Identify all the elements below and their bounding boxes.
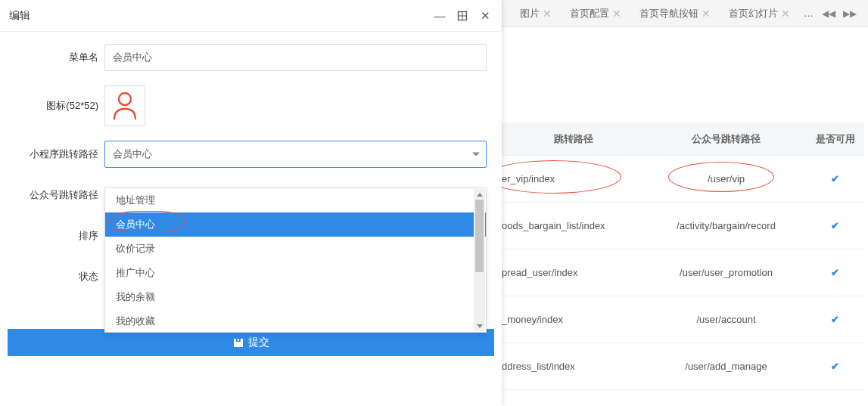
column-header-mini-path: 跳转路径 xyxy=(502,132,646,146)
label-mini-path: 小程序跳转路径 xyxy=(8,147,104,161)
check-icon: ✔ xyxy=(831,361,839,372)
mini-path-select[interactable]: 会员中心 xyxy=(104,141,487,168)
check-icon: ✔ xyxy=(831,314,839,325)
cell-pub-path: /user/user_promotion xyxy=(646,267,807,278)
save-icon xyxy=(233,337,244,348)
chevron-down-icon xyxy=(472,153,480,157)
check-icon: ✔ xyxy=(831,220,839,231)
form-row-mini-path: 小程序跳转路径 会员中心 xyxy=(8,141,494,168)
cell-available: ✔ xyxy=(807,314,863,325)
cell-mini-path: oods_bargain_list/index xyxy=(502,220,646,231)
tab-nav-buttons[interactable]: 首页导航按钮 ✕ xyxy=(630,0,720,27)
minimize-button[interactable]: — xyxy=(432,8,447,23)
modal-titlebar: 编辑 — ✕ xyxy=(0,0,502,32)
submit-label: 提交 xyxy=(248,336,269,349)
dropdown-list[interactable]: 地址管理 会员中心 砍价记录 推广中心 我的余额 我的收藏 优惠券 xyxy=(105,188,486,332)
table-body: er_vip/index /user/vip ✔ oods_bargain_li… xyxy=(502,156,864,406)
column-header-available: 是否可用 xyxy=(807,132,863,146)
cell-available: ✔ xyxy=(807,361,863,372)
tab-label: 首页配置 xyxy=(570,7,609,20)
user-icon xyxy=(112,91,138,121)
cell-pub-path: /user/vip xyxy=(646,173,807,184)
check-icon: ✔ xyxy=(831,267,839,278)
label-icon: 图标(52*52) xyxy=(8,99,104,113)
cell-available: ✔ xyxy=(807,220,863,231)
cell-mini-path: ddress_list/index xyxy=(502,361,646,372)
table-row: ddress_list/index /user/add_manage ✔ xyxy=(502,343,864,390)
cell-mini-path: pread_user/index xyxy=(502,267,646,278)
label-status: 状态 xyxy=(8,270,104,284)
scroll-down-icon[interactable] xyxy=(474,321,485,331)
dropdown-option[interactable]: 我的余额 xyxy=(105,285,486,309)
edit-modal: 编辑 — ✕ 菜单名 图标(52*52) xyxy=(0,0,502,406)
tab-images[interactable]: 图片 ✕ xyxy=(511,0,561,27)
svg-point-3 xyxy=(119,93,131,105)
dropdown-option[interactable]: 我的收藏 xyxy=(105,309,486,332)
select-value: 会员中心 xyxy=(113,147,152,161)
scroll-up-icon[interactable] xyxy=(474,189,485,200)
close-icon[interactable]: ✕ xyxy=(781,8,790,20)
close-icon[interactable]: ✕ xyxy=(612,8,621,20)
tab-label: 图片 xyxy=(520,7,540,20)
tab-home-config[interactable]: 首页配置 ✕ xyxy=(561,0,630,27)
tabs-next-button[interactable]: ▶▶ xyxy=(839,3,860,24)
tab-slides[interactable]: 首页幻灯片 ✕ xyxy=(720,0,799,27)
scroll-thumb[interactable] xyxy=(475,200,484,272)
dropdown-option[interactable]: 地址管理 xyxy=(105,188,486,212)
table-row: _money/index /user/account ✔ xyxy=(502,296,864,343)
menu-name-input[interactable] xyxy=(104,44,487,71)
modal-window-actions: — ✕ xyxy=(432,8,493,23)
dropdown-option-selected[interactable]: 会员中心 xyxy=(105,212,486,237)
check-icon: ✔ xyxy=(831,173,839,184)
form-row-menu-name: 菜单名 xyxy=(8,44,494,71)
table-row: er_vip/index /user/vip ✔ xyxy=(502,156,864,203)
label-sort: 排序 xyxy=(8,229,104,243)
tab-label: 首页幻灯片 xyxy=(729,7,778,20)
cell-pub-path: /activity/bargain/record xyxy=(646,220,807,231)
modal-title: 编辑 xyxy=(9,9,30,23)
label-menu-name: 菜单名 xyxy=(8,51,104,64)
tab-overflow: … xyxy=(799,8,818,19)
icon-upload-box[interactable] xyxy=(104,85,145,126)
table-row: pread_user/index /user/user_promotion ✔ xyxy=(502,249,864,296)
tabs-prev-button[interactable]: ◀◀ xyxy=(818,3,839,24)
form-row-icon: 图标(52*52) xyxy=(8,85,494,127)
table-row: oods_bargain_list/index /activity/bargai… xyxy=(502,203,864,249)
tab-label: 首页导航按钮 xyxy=(639,7,698,20)
column-header-pub-path: 公众号跳转路径 xyxy=(646,132,807,146)
cell-mini-path: er_vip/index xyxy=(502,173,646,184)
table-header: 跳转路径 公众号跳转路径 是否可用 xyxy=(502,122,864,156)
mini-path-dropdown: 地址管理 会员中心 砍价记录 推广中心 我的余额 我的收藏 优惠券 xyxy=(104,188,487,333)
dropdown-scrollbar[interactable] xyxy=(474,189,485,331)
close-icon[interactable]: ✕ xyxy=(702,8,711,20)
label-pub-path: 公众号跳转路径 xyxy=(8,188,104,202)
dropdown-option[interactable]: 砍价记录 xyxy=(105,237,486,261)
cell-available: ✔ xyxy=(807,173,863,184)
cell-pub-path: /user/account xyxy=(646,314,807,325)
table-row: s_collection/index /collection ✔ xyxy=(502,390,864,406)
submit-button[interactable]: 提交 xyxy=(8,329,494,356)
dropdown-option[interactable]: 推广中心 xyxy=(105,261,486,285)
close-icon[interactable]: ✕ xyxy=(543,8,552,20)
close-button[interactable]: ✕ xyxy=(478,8,493,23)
maximize-button[interactable] xyxy=(455,8,470,23)
cell-mini-path: _money/index xyxy=(502,314,646,325)
cell-available: ✔ xyxy=(807,267,863,278)
cell-pub-path: /user/add_manage xyxy=(646,361,807,372)
